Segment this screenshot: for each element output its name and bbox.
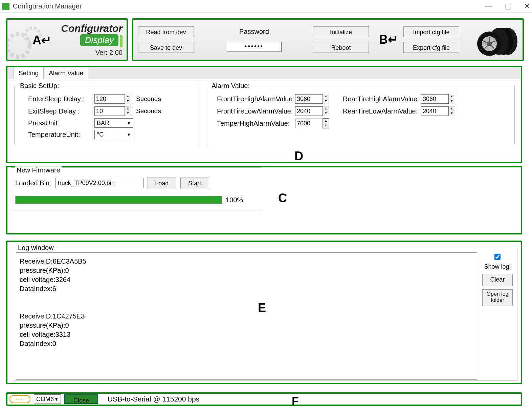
load-button[interactable]: Load xyxy=(148,178,176,188)
password-input[interactable] xyxy=(227,42,282,52)
read-from-dev-button[interactable]: Read from dev xyxy=(138,26,194,37)
enter-sleep-label: EnterSleep Delay : xyxy=(28,95,92,103)
chevron-down-icon: ▼ xyxy=(127,132,131,137)
connection-status: USB-to-Serial @ 115200 bps xyxy=(108,395,199,403)
firmware-panel: New Firmware Loaded Bin: Load Start 100%… xyxy=(6,166,522,234)
header-branding: A↵ Configurator Display Ver: 2.00 xyxy=(6,18,128,61)
press-unit-value: BAR xyxy=(97,120,109,127)
enter-sleep-stepper[interactable]: ▲▼ xyxy=(94,94,131,104)
tab-setting[interactable]: Setting xyxy=(14,67,44,79)
clear-log-button[interactable]: Clear xyxy=(482,274,513,286)
basic-setup-legend: Basic SetUp: xyxy=(19,82,61,90)
close-icon[interactable]: ✕ xyxy=(524,2,530,11)
app-icon xyxy=(2,3,9,10)
rear-low-label: RearTireLowAlarmValue: xyxy=(343,107,419,115)
spinner-up-icon[interactable]: ▲ xyxy=(449,106,455,111)
log-legend: Log window xyxy=(16,244,56,252)
save-to-dev-button[interactable]: Save to dev xyxy=(138,42,194,53)
front-high-input[interactable] xyxy=(295,94,323,104)
spinner-up-icon[interactable]: ▲ xyxy=(323,106,329,111)
spinner-down-icon[interactable]: ▼ xyxy=(323,111,329,116)
rear-high-input[interactable] xyxy=(421,94,449,104)
temp-unit-value: °C xyxy=(97,131,104,138)
display-handle-icon xyxy=(120,35,123,47)
rear-low-stepper[interactable]: ▲▼ xyxy=(421,106,455,116)
progress-percent: 100% xyxy=(226,196,243,204)
com-port-value: COM6 xyxy=(36,396,54,403)
tab-alarm-value[interactable]: Alarm Value xyxy=(44,67,88,79)
temp-unit-label: TemperatureUnit: xyxy=(28,131,92,139)
rear-high-label: RearTireHighAlarmValue: xyxy=(343,95,419,103)
window-title: Configuration Manager xyxy=(13,2,82,10)
rear-high-stepper[interactable]: ▲▼ xyxy=(421,94,455,104)
spinner-down-icon[interactable]: ▼ xyxy=(125,99,131,104)
temp-high-label: TemperHighAlarmValue: xyxy=(217,120,293,127)
spinner-up-icon[interactable]: ▲ xyxy=(125,106,131,111)
front-high-stepper[interactable]: ▲▼ xyxy=(295,94,329,104)
annotation-e: E xyxy=(258,301,266,315)
reboot-button[interactable]: Reboot xyxy=(313,42,369,53)
front-high-label: FrontTireHighAlarmValue: xyxy=(217,95,293,103)
version-label: Ver: 2.00 xyxy=(61,49,123,57)
spinner-up-icon[interactable]: ▲ xyxy=(323,119,329,123)
log-panel: Log window ReceiveID:6EC3A5B5 pressure(K… xyxy=(6,241,522,384)
status-bar: COM6 ▼ Close USB-to-Serial @ 115200 bps … xyxy=(6,392,522,406)
annotation-c: C xyxy=(278,191,287,205)
spinner-down-icon[interactable]: ▼ xyxy=(449,99,455,104)
settings-panel: Setting Alarm Value Basic SetUp: EnterSl… xyxy=(6,66,522,163)
password-label: Password xyxy=(210,28,298,36)
show-log-checkbox[interactable] xyxy=(494,254,501,260)
temp-high-stepper[interactable]: ▲▼ xyxy=(295,118,329,128)
enter-sleep-input[interactable] xyxy=(94,94,125,104)
tires-icon xyxy=(476,23,520,57)
svg-point-0 xyxy=(7,34,29,57)
export-cfg-button[interactable]: Export cfg file xyxy=(403,42,459,53)
exit-sleep-input[interactable] xyxy=(94,106,125,116)
import-cfg-button[interactable]: Import cfg file xyxy=(403,26,459,37)
initialize-button[interactable]: Initialize xyxy=(313,26,369,37)
open-log-folder-button[interactable]: Open log folder xyxy=(482,289,513,306)
spinner-up-icon[interactable]: ▲ xyxy=(125,94,131,99)
rear-low-input[interactable] xyxy=(421,106,449,116)
basic-setup-group: Basic SetUp: EnterSleep Delay : ▲▼ Secon… xyxy=(14,82,200,144)
show-log-label: Show log: xyxy=(484,263,511,270)
press-unit-select[interactable]: BAR ▼ xyxy=(94,118,133,128)
serial-port-icon xyxy=(9,395,30,403)
annotation-f: F xyxy=(292,394,299,408)
loaded-bin-input[interactable] xyxy=(56,178,143,188)
spinner-down-icon[interactable]: ▼ xyxy=(449,111,455,116)
com-port-select[interactable]: COM6 ▼ xyxy=(34,394,61,404)
seconds-unit: Seconds xyxy=(136,107,161,115)
chevron-down-icon: ▼ xyxy=(127,121,131,126)
toolbar: Read from dev Save to dev Password Initi… xyxy=(132,18,524,61)
display-badge: Display xyxy=(80,34,118,46)
spinner-up-icon[interactable]: ▲ xyxy=(449,94,455,99)
exit-sleep-label: ExitSleep Delay : xyxy=(28,107,92,115)
window-controls: — ▢ ✕ xyxy=(485,2,530,11)
temp-high-input[interactable] xyxy=(295,119,323,128)
close-port-button[interactable]: Close xyxy=(64,394,98,404)
exit-sleep-stepper[interactable]: ▲▼ xyxy=(94,106,131,116)
firmware-legend: New Firmware xyxy=(15,166,62,174)
annotation-a: A↵ xyxy=(32,33,51,47)
front-low-stepper[interactable]: ▲▼ xyxy=(295,106,329,116)
press-unit-label: PressUnit: xyxy=(28,119,92,127)
spinner-down-icon[interactable]: ▼ xyxy=(323,99,329,104)
front-low-input[interactable] xyxy=(295,106,323,116)
minimize-icon[interactable]: — xyxy=(485,2,492,11)
configurator-title: Configurator xyxy=(61,23,123,34)
spinner-down-icon[interactable]: ▼ xyxy=(323,123,329,128)
temp-unit-select[interactable]: °C ▼ xyxy=(94,130,133,139)
progress-bar xyxy=(15,196,222,204)
alarm-value-legend: Alarm Value: xyxy=(210,82,251,90)
spinner-down-icon[interactable]: ▼ xyxy=(125,111,131,116)
tabs: Setting Alarm Value xyxy=(7,67,521,79)
log-textarea[interactable]: ReceiveID:6EC3A5B5 pressure(KPa):0 cell … xyxy=(16,252,477,380)
spinner-up-icon[interactable]: ▲ xyxy=(323,94,329,99)
alarm-value-group: Alarm Value: FrontTireHighAlarmValue: ▲▼… xyxy=(206,82,515,144)
progress-fill xyxy=(16,196,222,204)
seconds-unit: Seconds xyxy=(136,95,161,103)
start-button[interactable]: Start xyxy=(180,178,209,188)
front-low-label: FrontTireLowAlarmValue: xyxy=(217,107,293,115)
maximize-icon[interactable]: ▢ xyxy=(505,2,512,11)
